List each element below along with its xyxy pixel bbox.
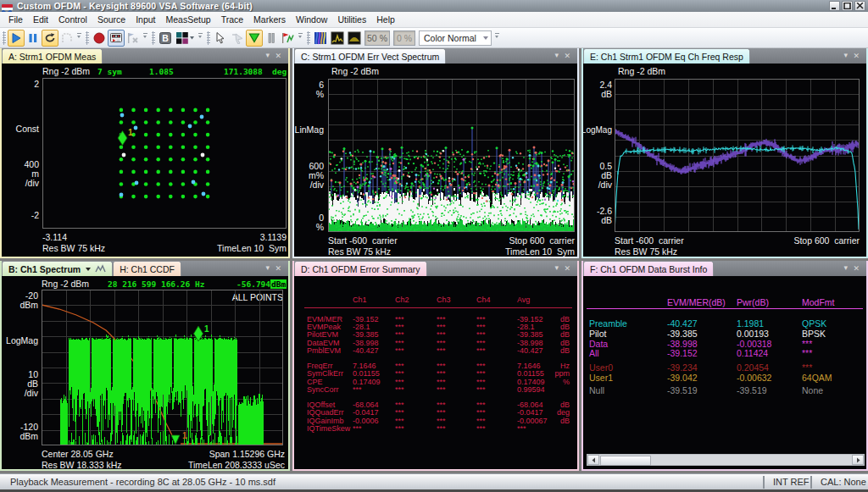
constellation-plot[interactable]: 1 <box>42 78 287 229</box>
arrow-left-icon <box>591 457 597 463</box>
chevron-down-icon[interactable] <box>86 268 91 271</box>
menu-markers[interactable]: Markers <box>248 13 291 26</box>
row-label: User1 <box>589 373 613 383</box>
freq-response-plot[interactable] <box>615 79 860 232</box>
table-cell: QPSK <box>802 318 826 329</box>
menu-meassetup[interactable]: MeasSetup <box>161 13 216 26</box>
move-marker-icon <box>231 32 243 44</box>
toolbar-overflow[interactable] <box>76 30 82 46</box>
tab-label: F: Ch1 OFDM Data Burst Info <box>590 264 707 274</box>
menu-trace[interactable]: Trace <box>216 13 248 26</box>
toolbar-grip <box>86 31 89 45</box>
menu-help[interactable]: Help <box>371 13 400 26</box>
table-cell: *** <box>802 362 812 373</box>
spectrogram-display-button[interactable] <box>312 30 329 47</box>
toolbar-grip <box>207 31 210 45</box>
marker-percent-box[interactable]: 0 % <box>393 30 415 46</box>
column-header: Ch1 <box>353 296 367 304</box>
panel-close-icon[interactable]: ✕ <box>275 263 281 274</box>
column-header: Ch4 <box>476 296 491 304</box>
panel-a-header: A: Strm1 OFDM Meas▾✕ <box>2 48 288 64</box>
move-marker-button[interactable] <box>229 30 246 47</box>
close-button[interactable] <box>854 1 865 11</box>
trace-icon[interactable] <box>95 264 106 274</box>
panel-close-icon[interactable]: ✕ <box>853 263 860 274</box>
toolbar-overflow[interactable] <box>198 30 203 46</box>
waterfall-display-button[interactable] <box>346 30 363 47</box>
maximize-icon <box>843 3 851 9</box>
horizontal-scrollbar[interactable] <box>587 454 865 466</box>
tab-e-ch1-strm1-ofdm-eq-ch-freq-resp[interactable]: E: Ch1 Strm1 OFDM Eq Ch Freq Resp <box>583 48 750 64</box>
panel-minimize-icon[interactable]: ▾ <box>843 50 848 60</box>
menu-edit[interactable]: Edit <box>28 13 53 26</box>
demod-properties-button[interactable] <box>108 30 125 47</box>
tab-c-strm1-ofdm-err-vect-spectrum[interactable]: C: Strm1 OFDM Err Vect Spectrum <box>294 48 446 64</box>
panel-minimize-icon[interactable]: ▾ <box>554 50 559 60</box>
minimize-button[interactable] <box>829 1 840 11</box>
tab-d-ch1-ofdm-error-summary[interactable]: D: Ch1 OFDM Error Summary <box>294 261 427 276</box>
marker-coupling-button[interactable] <box>125 30 142 47</box>
marker-normal-button[interactable] <box>246 30 263 47</box>
panel-close-icon[interactable]: ✕ <box>564 263 570 274</box>
toolbar-overflow[interactable] <box>142 30 148 46</box>
table-cell: -39.042 <box>667 373 698 383</box>
toolbar-overflow[interactable] <box>298 30 303 46</box>
y-axis-format-label: LogMag <box>583 125 612 135</box>
row-label: Pilot <box>589 329 606 339</box>
play-button[interactable] <box>8 30 25 47</box>
tab-f-ch1-ofdm-data-burst-info[interactable]: F: Ch1 OFDM Data Burst Info <box>583 261 714 276</box>
tab-b-ch1-spectrum[interactable]: B: Ch1 Spectrum <box>2 261 113 276</box>
single-capture-icon <box>61 32 73 44</box>
menu-control[interactable]: Control <box>53 13 92 26</box>
pause-button[interactable] <box>25 30 42 47</box>
panel-close-icon[interactable]: ✕ <box>564 51 570 61</box>
spectrum-display-button[interactable] <box>329 30 346 47</box>
table-cell: *** <box>395 346 404 355</box>
panel-d: D: Ch1 OFDM Error Summary▾✕Ch1Ch2Ch3Ch4A… <box>292 261 579 471</box>
scroll-right-button[interactable] <box>852 455 864 465</box>
select-cursor-button[interactable] <box>212 30 229 47</box>
range-label: Rng -2 dBm <box>618 66 665 76</box>
tab-label: H: Ch1 CCDF <box>120 264 175 274</box>
zoom-percent-box[interactable]: 50 % <box>364 30 390 46</box>
panel-close-icon[interactable]: ✕ <box>275 51 281 61</box>
maximize-button[interactable] <box>842 1 853 11</box>
x-axis-right-label: Stop 600 carrier <box>447 235 575 246</box>
y-axis-bottom-unit: dB <box>601 215 612 225</box>
menu-file[interactable]: File <box>3 13 28 26</box>
panel-minimize-icon[interactable]: ▾ <box>265 263 270 273</box>
tab-a-strm1-ofdm-meas[interactable]: A: Strm1 OFDM Meas <box>2 48 103 64</box>
single-capture-button[interactable] <box>58 30 75 47</box>
panel-minimize-icon[interactable]: ▾ <box>554 263 559 273</box>
panel-c-body: Rng -2 dBm6%LinMag600m%/div0%Start -600 … <box>294 64 577 257</box>
spectrum-plot[interactable]: 11 <box>42 290 283 445</box>
band-power-marker-button[interactable] <box>263 30 280 47</box>
table-cell: *** <box>476 424 486 433</box>
menu-input[interactable]: Input <box>131 13 160 26</box>
tab-h-ch1-ccdf[interactable]: H: Ch1 CCDF <box>113 261 181 276</box>
record-button[interactable] <box>91 30 108 47</box>
spectrum-trace-icon <box>331 31 344 45</box>
scroll-left-button[interactable] <box>587 455 599 465</box>
menu-utilities[interactable]: Utilities <box>332 13 371 26</box>
table-cell: -40.427 <box>353 346 379 355</box>
window-select-button[interactable]: B <box>157 30 174 47</box>
error-vector-spectrum-plot[interactable] <box>328 79 575 232</box>
marker-to-peak-button[interactable] <box>280 30 297 47</box>
panel-b-header: B: Ch1 SpectrumH: Ch1 CCDF▾✕ <box>2 261 288 276</box>
panel-close-icon[interactable]: ✕ <box>853 51 860 61</box>
scroll-thumb[interactable] <box>600 456 651 466</box>
color-scheme-combo[interactable]: Color Normal <box>419 30 492 46</box>
color-scheme-value: Color Normal <box>424 33 476 43</box>
panel-minimize-icon[interactable]: ▾ <box>843 263 848 273</box>
tab-label: C: Strm1 OFDM Err Vect Spectrum <box>301 52 439 62</box>
toolbar-overflow[interactable] <box>494 30 500 46</box>
menu-source[interactable]: Source <box>92 13 131 26</box>
restart-button[interactable] <box>42 30 58 47</box>
res-bw-label: Res BW 75 kHz <box>615 246 677 257</box>
layout-select-button[interactable] <box>174 30 197 47</box>
menu-window[interactable]: Window <box>291 13 332 26</box>
row-label: PmblEVM <box>307 346 341 355</box>
panel-minimize-icon[interactable]: ▾ <box>265 50 270 60</box>
panel-f-header: F: Ch1 OFDM Data Burst Info▾✕ <box>583 261 866 276</box>
